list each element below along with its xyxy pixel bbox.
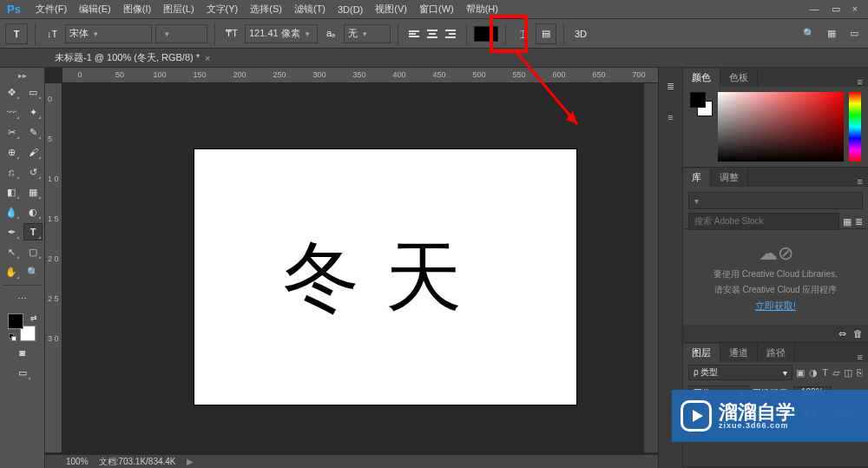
properties-panel-icon[interactable]: ≡ (663, 109, 679, 125)
canvas-text-layer[interactable]: 冬天 (283, 226, 488, 329)
ruler-horizontal[interactable]: 0 50 100 150 200 250 300 350 400 450 500… (62, 68, 658, 83)
menu-help[interactable]: 帮助(H) (460, 1, 504, 17)
gradient-tool[interactable]: ▦ (23, 183, 43, 201)
filter-pixel-icon[interactable]: ▣ (796, 367, 805, 379)
arrange-documents-icon[interactable]: ▦ (823, 25, 840, 43)
status-bar: 100% 文档:703.1K/834.4K ▶ (45, 454, 658, 468)
menu-image[interactable]: 图像(I) (117, 1, 157, 17)
document-canvas[interactable]: 冬天 (194, 149, 576, 405)
toolbox-collapse-icon[interactable]: ▸▸ (18, 71, 27, 80)
crop-tool[interactable]: ✂ (2, 123, 21, 141)
font-family-combo[interactable]: 宋体▾ (65, 24, 152, 43)
document-tab[interactable]: 未标题-1 @ 100% (冬天, RGB/8) * × (48, 49, 217, 67)
window-minimize-icon[interactable]: — (810, 3, 819, 15)
menu-view[interactable]: 视图(V) (369, 1, 413, 17)
list-view-icon[interactable]: ≣ (855, 216, 863, 227)
lasso-tool[interactable]: 〰 (2, 103, 21, 121)
menu-filter[interactable]: 滤镜(T) (288, 1, 332, 17)
tab-swatches[interactable]: 色板 (720, 69, 758, 87)
document-tab-bar: 未标题-1 @ 100% (冬天, RGB/8) * × (0, 49, 868, 68)
filter-shape-icon[interactable]: ▱ (832, 367, 839, 379)
menu-select[interactable]: 选择(S) (244, 1, 288, 17)
menu-file[interactable]: 文件(F) (30, 1, 73, 17)
history-panel-icon[interactable]: ≣ (663, 78, 679, 94)
move-tool[interactable]: ✥ (2, 83, 21, 101)
panel-menu-icon[interactable]: ≡ (852, 352, 868, 362)
menu-edit[interactable]: 编辑(E) (73, 1, 117, 17)
tab-channels[interactable]: 通道 (720, 344, 758, 362)
filter-type-icon[interactable]: T (822, 367, 828, 379)
panel-menu-icon[interactable]: ≡ (852, 76, 868, 87)
align-left-button[interactable] (405, 25, 423, 43)
scrollbar-vertical[interactable] (644, 83, 658, 452)
doc-info[interactable]: 文档:703.1K/834.4K (99, 456, 176, 468)
zoom-tool[interactable]: 🔍 (23, 263, 43, 280)
filter-smart-icon[interactable]: ◫ (844, 367, 852, 379)
hue-slider[interactable] (849, 92, 861, 161)
blur-tool[interactable]: 💧 (2, 203, 21, 221)
cc-get-link[interactable]: 立即获取! (755, 300, 796, 313)
layer-filter-kind[interactable]: ρ 类型▾ (688, 365, 792, 380)
character-panel-button[interactable]: ▤ (536, 23, 556, 44)
filter-adjust-icon[interactable]: ◑ (809, 367, 818, 379)
link-icon[interactable]: ⇔ (838, 328, 846, 339)
path-select-tool[interactable]: ↖ (2, 243, 21, 260)
screen-mode-toolbox-button[interactable]: ▭ (13, 364, 32, 381)
watermark-url: zixue.3d66.com (719, 422, 795, 430)
library-selector[interactable]: ▾ (688, 192, 863, 209)
eyedropper-tool[interactable]: ✎ (23, 123, 43, 141)
3d-button[interactable]: 3D (571, 23, 590, 44)
tool-preset-button[interactable]: T (5, 23, 28, 44)
cc-message-line1: 要使用 Creative Cloud Libraries, (713, 268, 838, 280)
text-color-swatch[interactable] (474, 26, 498, 42)
history-brush-tool[interactable]: ↺ (23, 163, 43, 181)
panel-menu-icon[interactable]: ≡ (852, 176, 868, 187)
eraser-tool[interactable]: ◧ (2, 183, 21, 201)
swap-colors-icon[interactable]: ⇄ (30, 313, 37, 322)
filter-toggle-icon[interactable]: ⎘ (857, 367, 863, 379)
ruler-vertical[interactable]: 0 5 1 0 1 5 2 0 2 5 3 0 (45, 83, 62, 452)
default-colors-icon[interactable] (9, 333, 16, 341)
tab-color[interactable]: 颜色 (683, 69, 720, 87)
edit-toolbar-button[interactable]: ⋯ (13, 290, 32, 307)
quick-mask-button[interactable]: ◙ (13, 344, 32, 361)
tab-layers[interactable]: 图层 (683, 344, 720, 362)
menu-layer[interactable]: 图层(L) (157, 1, 200, 17)
anti-alias-combo[interactable]: 无▾ (344, 24, 391, 43)
pen-tool[interactable]: ✒ (2, 223, 21, 241)
align-center-button[interactable] (424, 25, 441, 43)
marquee-tool[interactable]: ▭ (23, 83, 43, 101)
tab-paths[interactable]: 路径 (758, 344, 795, 362)
tab-adjustments[interactable]: 调整 (711, 168, 748, 187)
brush-tool[interactable]: 🖌 (23, 143, 43, 161)
rectangle-tool[interactable]: ▢ (23, 243, 43, 260)
magic-wand-tool[interactable]: ✦ (23, 103, 43, 121)
screen-mode-icon[interactable]: ▭ (845, 25, 863, 43)
menu-window[interactable]: 窗口(W) (413, 1, 460, 17)
hand-tool[interactable]: ✋ (2, 263, 21, 280)
panel-fgbg-swatch[interactable] (690, 92, 713, 116)
warp-text-button[interactable]: ⌶ (513, 23, 532, 44)
foreground-color-swatch[interactable] (8, 313, 23, 329)
window-close-icon[interactable]: × (852, 3, 858, 15)
library-search-input[interactable]: 搜索 Adobe Stock (688, 213, 839, 230)
font-style-combo[interactable]: ▾ (155, 24, 207, 43)
document-tab-close-icon[interactable]: × (205, 53, 210, 63)
text-orientation-button[interactable]: ↓T (43, 23, 62, 44)
dodge-tool[interactable]: ◐ (23, 203, 43, 221)
spot-heal-tool[interactable]: ⊕ (2, 143, 21, 161)
foreground-background-colors[interactable]: ⇄ (8, 313, 37, 341)
clone-stamp-tool[interactable]: ⎌ (2, 163, 21, 181)
menu-type[interactable]: 文字(Y) (201, 1, 245, 17)
grid-view-icon[interactable]: ▦ (843, 216, 852, 227)
window-restore-icon[interactable]: ▭ (832, 3, 840, 15)
color-field[interactable] (718, 92, 844, 161)
zoom-level[interactable]: 100% (66, 457, 89, 466)
search-icon[interactable]: 🔍 (800, 25, 818, 43)
trash-icon[interactable]: 🗑 (853, 328, 863, 339)
font-size-combo[interactable]: 121.41 像素▾ (245, 24, 318, 43)
type-tool[interactable]: T (23, 223, 43, 241)
align-right-button[interactable] (442, 25, 459, 43)
tab-libraries[interactable]: 库 (683, 168, 711, 187)
menu-3d[interactable]: 3D(D) (332, 3, 369, 16)
